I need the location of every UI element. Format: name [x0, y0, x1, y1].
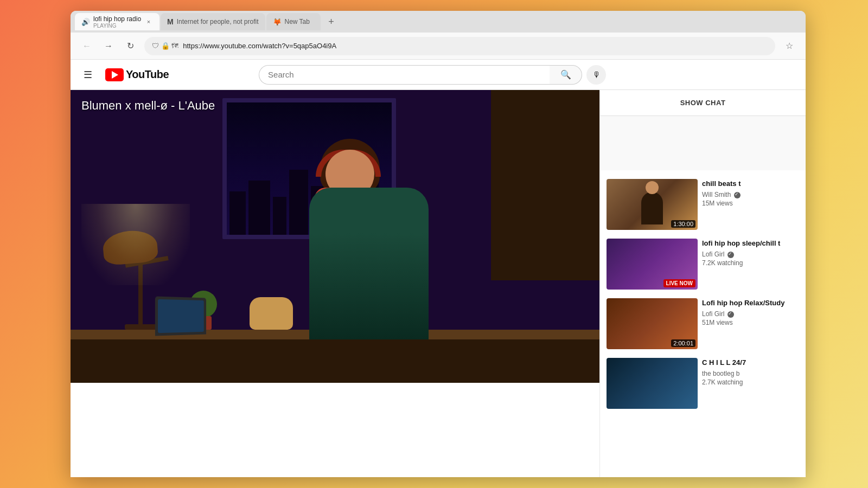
rec-info-1: chill beats t Will Smith 15M views [702, 179, 799, 230]
rec-thumb-1: 1:30:00 [607, 179, 698, 230]
chat-placeholder [600, 116, 806, 170]
rec-info-3: Lofi hip hop Relax/Study Lofi Girl 51M v… [702, 298, 799, 349]
tab-lofi[interactable]: 🔊 lofi hip hop radio PLAYING × [75, 13, 159, 30]
rec-thumb-3: 2:00:01 [607, 298, 698, 349]
url-input[interactable] [183, 42, 768, 50]
tab-lofi-title: lofi hip hop radio [93, 15, 141, 23]
rec-info-2: lofi hip hop sleep/chill t Lofi Girl 7.2… [702, 239, 799, 290]
lamp-shade [102, 229, 159, 266]
video-title-overlay: Blumen x mell-ø - L'Aube [81, 99, 215, 113]
rec-title-1: chill beats t [702, 179, 799, 189]
rec-video-4[interactable]: C H I L L 24/7 the bootleg b 2.7K watchi… [604, 354, 801, 413]
forward-button[interactable]: → [101, 38, 116, 54]
thumb-person-head-1 [646, 181, 659, 194]
desk-laptop [155, 296, 206, 336]
rec-duration-3: 2:00:01 [671, 339, 695, 347]
video-canvas: Blumen x mell-ø - L'Aube [71, 90, 599, 383]
browser-window: 🔊 lofi hip hop radio PLAYING × M Interne… [71, 11, 806, 477]
new-tab-button[interactable]: + [324, 14, 339, 29]
lamp-base [125, 324, 157, 330]
rec-channel-2: Lofi Girl [702, 251, 799, 258]
tab-lofi-subtitle: PLAYING [93, 23, 141, 29]
verified-icon-2 [727, 252, 734, 258]
yt-logo-text: YouTube [126, 68, 169, 81]
verified-icon-3 [727, 311, 734, 318]
rec-video-2[interactable]: LIVE NOW lofi hip hop sleep/chill t Lofi… [604, 234, 801, 294]
building-4 [289, 170, 308, 235]
tab-firefox-icon: 🦊 [273, 18, 282, 26]
video-player[interactable]: Blumen x mell-ø - L'Aube [71, 90, 599, 383]
tab-newtab-title: New Tab [285, 18, 314, 25]
yt-logo-icon [105, 68, 124, 81]
rec-info-4: C H I L L 24/7 the bootleg b 2.7K watchi… [702, 358, 799, 409]
rec-title-3: Lofi hip hop Relax/Study [702, 298, 799, 308]
rec-channel-4: the bootleg b [702, 370, 799, 377]
tab-newtab[interactable]: 🦊 New Tab [266, 13, 321, 30]
yt-search-button[interactable]: 🔍 [550, 65, 582, 85]
tab-close-button[interactable]: × [144, 17, 153, 26]
live-badge-2: LIVE NOW [663, 279, 695, 287]
yt-apps-button[interactable] [777, 65, 797, 85]
building-1 [229, 191, 246, 235]
rec-thumb-2: LIVE NOW [607, 239, 698, 290]
bookmark-button[interactable]: ☆ [782, 38, 797, 54]
rec-title-2: lofi hip hop sleep/chill t [702, 239, 799, 248]
laptop-screen [158, 299, 204, 333]
address-bar: ← → ↻ 🛡 🔒 🗺 ☆ [71, 33, 806, 60]
tab-mozilla-title: Internet for people, not profit [177, 18, 259, 25]
rec-video-3[interactable]: 2:00:01 Lofi hip hop Relax/Study Lofi Gi… [604, 294, 801, 354]
yt-watch-area: Blumen x mell-ø - L'Aube [71, 90, 806, 477]
rec-channel-3: Lofi Girl [702, 310, 799, 318]
yt-menu-button[interactable]: ☰ [79, 65, 97, 85]
yt-search-container: 🔍 🎙 [259, 65, 606, 85]
tab-audio-icon: 🔊 [81, 18, 90, 26]
show-chat-bar[interactable]: SHOW CHAT [600, 90, 806, 116]
yt-play-triangle [112, 71, 118, 79]
rec-meta-3: 51M views [702, 319, 799, 326]
security-icons: 🛡 🔒 🗺 [152, 42, 178, 50]
desk-cat [250, 297, 293, 330]
building-3 [273, 197, 286, 235]
rec-meta-4: 2.7K watching [702, 378, 799, 386]
reload-button[interactable]: ↻ [123, 38, 138, 54]
rec-title-4: C H I L L 24/7 [702, 358, 799, 368]
tab-bar: 🔊 lofi hip hop radio PLAYING × M Interne… [71, 11, 806, 33]
rec-thumb-4 [607, 358, 698, 409]
yt-mic-button[interactable]: 🎙 [586, 65, 606, 85]
rec-meta-2: 7.2K watching [702, 259, 799, 267]
show-chat-label: SHOW CHAT [680, 99, 726, 107]
url-bar[interactable]: 🛡 🔒 🗺 [144, 37, 775, 55]
tab-mozilla-icon: M [167, 17, 174, 26]
yt-sidebar: SHOW CHAT 1:30:00 [599, 90, 806, 477]
rec-video-1[interactable]: 1:30:00 chill beats t Will Smith 15M vie… [604, 175, 801, 234]
back-button[interactable]: ← [79, 38, 94, 54]
yt-header-right [777, 65, 797, 85]
verified-icon-1 [734, 192, 741, 198]
building-2 [248, 181, 270, 235]
girl-body [309, 188, 429, 339]
yt-logo[interactable]: YouTube [105, 68, 169, 81]
recommended-list: 1:30:00 chill beats t Will Smith 15M vie… [600, 170, 806, 418]
yt-player-section: Blumen x mell-ø - L'Aube [71, 90, 599, 477]
youtube-header: ☰ YouTube 🔍 🎙 [71, 60, 806, 90]
thumb-person-1 [641, 192, 663, 224]
bookshelf [491, 90, 599, 280]
youtube-page: ☰ YouTube 🔍 🎙 [71, 60, 806, 477]
tab-mozilla[interactable]: M Internet for people, not profit [161, 13, 265, 30]
lamp-pole [138, 259, 143, 324]
rec-meta-1: 15M views [702, 200, 799, 207]
yt-search-input[interactable] [259, 65, 550, 85]
rec-channel-1: Will Smith [702, 191, 799, 198]
room-floor [71, 339, 599, 383]
rec-duration-1: 1:30:00 [671, 220, 695, 228]
